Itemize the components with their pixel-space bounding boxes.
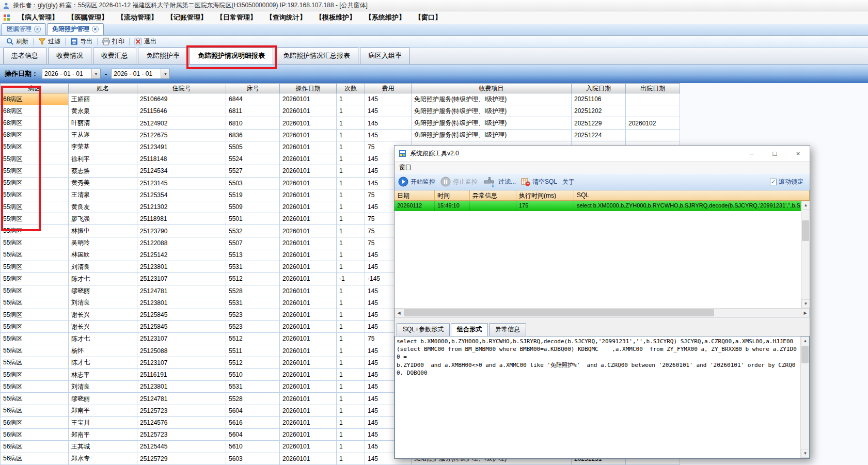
table-cell: 1 (337, 369, 365, 381)
scroll-down-icon[interactable]: ▼ (801, 299, 810, 308)
trace-grid-header-cell[interactable]: 执行时间(ms) (516, 190, 574, 200)
table-cell: 55病区 (1, 369, 69, 381)
scroll-lock-toggle[interactable]: ✓ 滚动锁定 (770, 178, 806, 186)
close-button[interactable]: × (786, 146, 810, 161)
table-cell: 20260101 (280, 249, 337, 261)
scroll-up-icon[interactable]: ▲ (801, 336, 810, 345)
trace-hscroll-track[interactable] (403, 309, 801, 317)
scroll-right-icon[interactable]: ▶ (801, 309, 810, 317)
table-cell: 6836 (226, 129, 280, 141)
table-cell: 1 (337, 189, 365, 201)
doc-tab[interactable]: 医嘱管理× (2, 23, 46, 35)
table-row[interactable]: 68病区黄永泉251156466811202601011145免陪照护服务(特级… (1, 105, 680, 117)
exit-button[interactable]: 退出 (131, 37, 160, 46)
filter-button[interactable]: 过滤 (35, 37, 64, 46)
sub-tab[interactable]: 病区入组率 (360, 47, 410, 64)
table-header-cell[interactable]: 操作日期 (280, 84, 337, 93)
maximize-button[interactable]: □ (763, 146, 786, 161)
table-header-cell[interactable]: 费用 (365, 84, 412, 93)
filter-sql-button[interactable]: 过滤... (483, 175, 516, 188)
scroll-left-icon[interactable]: ◀ (394, 309, 403, 317)
dialog-menu-item-window[interactable]: 窗口 (394, 162, 416, 173)
trace-grid-header-cell[interactable]: 日期 (394, 190, 435, 200)
trace-grid-header-cell[interactable]: SQL (574, 190, 810, 200)
table-header-cell[interactable]: 住院号 (137, 84, 226, 93)
menu-item[interactable]: 【模板维护】 (311, 11, 360, 24)
chevron-down-icon[interactable]: ▼ (161, 69, 169, 78)
table-header-cell[interactable]: 次数 (337, 84, 365, 93)
refresh-button[interactable]: 刷新 (3, 37, 32, 46)
doc-tab[interactable]: 免陪照护管理× (47, 23, 104, 35)
dialog-titlebar[interactable]: 系统跟踪工具v2.0 – □ × (394, 146, 810, 161)
table-row[interactable]: 68病区叶丽清251249026810202601011145免陪照护服务(特级… (1, 117, 680, 129)
table-header-cell[interactable]: 床号 (226, 84, 280, 93)
clear-sql-button[interactable]: 清空SQL (521, 177, 557, 186)
stop-monitor-label: 停止监控 (453, 178, 478, 186)
trace-hscrollbar[interactable]: ◀ ▶ (394, 308, 810, 317)
sub-tab[interactable]: 免陪照护率 (138, 47, 188, 64)
table-cell: 25123491 (137, 141, 226, 153)
date-to-combo[interactable]: 2026 - 01 - 01 ▼ (111, 69, 170, 79)
print-button[interactable]: 打印 (99, 37, 128, 46)
table-cell: 55病区 (1, 345, 69, 357)
table-cell: 刘清良 (69, 381, 137, 393)
menu-item[interactable]: 【医嘱管理】 (63, 11, 113, 24)
sub-tab[interactable]: 免陪照护情况汇总报表 (275, 47, 358, 64)
sub-tab[interactable]: 收费汇总 (93, 47, 136, 64)
menu-item[interactable]: 【记账管理】 (162, 11, 212, 24)
trace-dialog[interactable]: 系统跟踪工具v2.0 – □ × 窗口 开始监控 停止监控 过滤... (394, 145, 810, 459)
sql-vscrollbar[interactable]: ▲ ▼ (800, 336, 809, 458)
table-header-cell[interactable]: 病区 (1, 84, 69, 93)
table-cell: 55病区 (1, 261, 69, 273)
table-cell: 林志平 (69, 369, 137, 381)
trace-grid-header-cell[interactable]: 异常信息 (470, 190, 516, 200)
table-cell: 55病区 (1, 153, 69, 165)
scroll-thumb[interactable] (404, 309, 714, 316)
sub-tab[interactable]: 患者信息 (3, 47, 46, 64)
export-button[interactable]: 导出 (67, 37, 96, 46)
scroll-thumb[interactable] (802, 220, 809, 241)
table-cell: 20260101 (280, 129, 337, 141)
table-cell: 免陪照护服务(特级护理、I级护理) (412, 105, 572, 117)
tab-close-icon[interactable]: × (34, 26, 41, 33)
menu-item[interactable]: 【病人管理】 (13, 11, 63, 24)
table-header-cell[interactable]: 姓名 (69, 84, 137, 93)
table-cell: 20260101 (280, 201, 337, 213)
table-cell: 20260101 (280, 416, 337, 428)
scroll-down-icon[interactable]: ▼ (801, 449, 810, 458)
start-monitor-button[interactable]: 开始监控 (398, 177, 435, 187)
scroll-lock-checkbox[interactable]: ✓ (770, 179, 777, 185)
sub-tab[interactable]: 免陪照护情况明细报表 (190, 47, 273, 64)
sql-text-area[interactable]: select b.XM0000,b.ZYH000,b.RYCWHO,b.SJRY… (395, 336, 800, 458)
table-header-cell[interactable]: 收费项目 (412, 84, 572, 93)
menu-item[interactable]: 【系统维护】 (360, 11, 410, 24)
menu-item[interactable]: 【查询统计】 (261, 11, 311, 24)
date-from-combo[interactable]: 2026 - 01 - 01 ▼ (42, 69, 101, 79)
stop-monitor-button[interactable]: 停止监控 (440, 177, 478, 187)
result-tab[interactable]: 异常信息 (489, 323, 526, 336)
table-header-cell[interactable]: 入院日期 (572, 84, 626, 93)
scroll-lock-label: 滚动锁定 (779, 178, 803, 186)
table-row[interactable]: 68病区王从遂251226756836202601011145免陪照护服务(特级… (1, 129, 680, 141)
menu-item[interactable]: 【日常管理】 (212, 11, 261, 24)
table-row[interactable]: 68病区王娇丽251066496844202601011145免陪照护服务(特级… (1, 93, 680, 105)
menu-item[interactable]: 【窗口】 (410, 11, 446, 24)
trace-grid-row[interactable]: 2026011215:49:10175select b.XM0000,b.ZYH… (394, 201, 810, 211)
scroll-up-icon[interactable]: ▲ (801, 201, 810, 210)
table-cell: 1 (337, 297, 365, 309)
trace-vscrollbar[interactable]: ▲ ▼ (801, 201, 810, 308)
table-header-cell[interactable]: 出院日期 (626, 84, 680, 93)
chevron-down-icon[interactable]: ▼ (91, 69, 100, 78)
trace-grid-header-cell[interactable]: 时间 (435, 190, 470, 200)
about-button[interactable]: 关于 (562, 178, 575, 186)
dialog-toolbar: 开始监控 停止监控 过滤... 清空SQL 关于 ✓ 滚动锁定 (394, 173, 810, 190)
result-tab[interactable]: SQL+参数形式 (397, 323, 450, 336)
minimize-button[interactable]: – (740, 146, 763, 161)
toolbar-button-label: 刷新 (16, 37, 28, 46)
result-tab[interactable]: 组合形式 (451, 323, 488, 336)
scroll-thumb[interactable] (801, 346, 809, 363)
menu-item[interactable]: 【流动管理】 (113, 11, 162, 24)
tab-close-icon[interactable]: × (92, 26, 99, 33)
table-cell: 5531 (226, 381, 280, 393)
sub-tab[interactable]: 收费情况 (48, 47, 91, 64)
